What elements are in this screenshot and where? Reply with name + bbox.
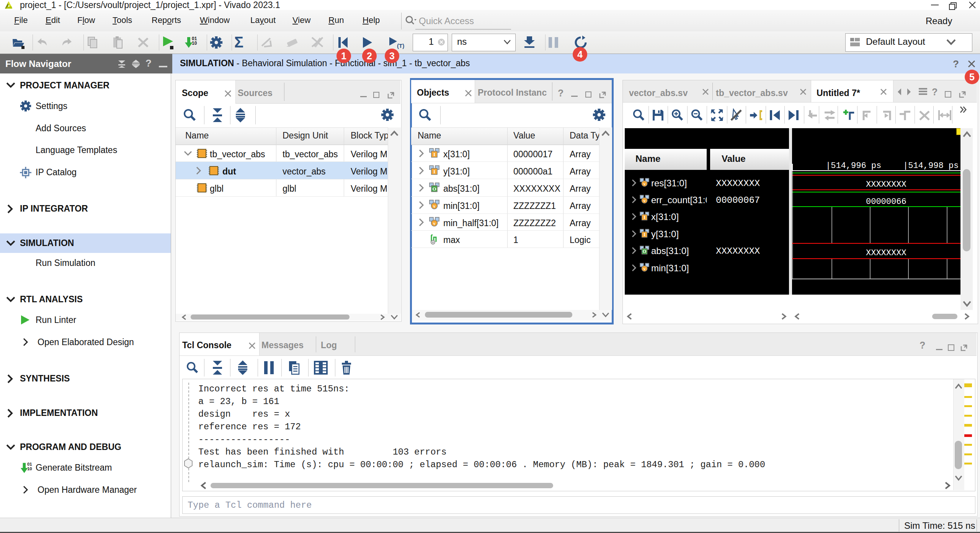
svg-text:v: v [644,198,646,203]
svg-text:I: I [644,232,645,237]
svg-text:v: v [433,221,436,226]
svg-text:01: 01 [27,462,32,466]
svg-text:10: 10 [192,41,197,46]
svg-text:I: I [644,215,645,220]
svg-text:O: O [643,249,646,254]
svg-text:I: I [433,152,435,157]
svg-text:v: v [433,204,436,209]
svg-text:(T): (T) [397,42,404,49]
svg-text:10: 10 [27,466,32,471]
svg-text:v: v [644,266,646,271]
svg-text:I: I [433,169,435,174]
svg-text:O: O [432,186,436,192]
svg-text:v: v [644,181,646,186]
